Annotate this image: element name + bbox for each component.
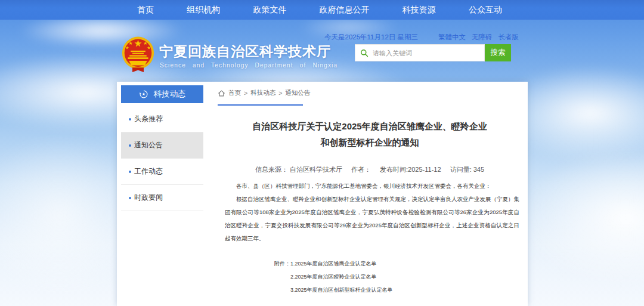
nav-item-public-interaction[interactable]: 公众互动 [469,5,502,16]
site-subtitle: Science and Technology Department of Nin… [160,62,338,69]
breadcrumb-underline [218,104,303,106]
article-body: 各市、县（区）科技管理部门，宁东能源化工基地管委会，银川经济技术开发区管委会，各… [225,180,519,245]
meta-visits: 访问量: 345 [450,166,484,173]
article-title: 自治区科技厅关于认定2025年度自治区雏鹰企业、瞪羚企业 和创新型标杆企业的通知 [218,118,522,150]
attachment-link-eagle-list[interactable]: 1.2025年度自治区雏鹰企业认定名单 [290,257,393,270]
meta-publish-date: 发布时间:2025-11-12 [380,166,441,173]
sidebar-menu: 头条推荐 通知公告 工作动态 时政要闻 [121,106,203,211]
main-content-card: 科技动态 头条推荐 通知公告 工作动态 时政要闻 首页 > 科技动态 > 通知公… [117,82,528,306]
search-icon [360,49,369,57]
cloud-decoration [519,149,644,286]
attachments-label: 附件： [274,257,290,296]
site-title: 宁夏回族自治区科学技术厅 [159,42,331,61]
sidebar: 科技动态 头条推荐 通知公告 工作动态 时政要闻 [121,85,203,211]
meta-source: 信息来源： 自治区科学技术厅 [255,166,342,173]
top-nav-bar: 首页 组织机构 政策文件 政府信息公开 科技资源 公众互动 [0,0,644,20]
site-header: 宁夏回族自治区科学技术厅 Science and Technology Depa… [0,20,644,82]
header-utility-row: 今天是2025年11月12日 星期三 繁體中文 无障碍 长者版 [324,33,519,42]
attachment-link-gazelle-list[interactable]: 2.2025年度自治区瞪羚企业认定名单 [290,270,393,283]
search-button[interactable]: 搜索 [485,44,511,61]
nav-item-gov-info[interactable]: 政府信息公开 [320,5,370,16]
home-icon [218,89,225,97]
sidebar-item-work-news[interactable]: 工作动态 [121,159,203,185]
sidebar-item-notices[interactable]: 通知公告 [121,132,203,159]
attachments-list: 1.2025年度自治区雏鹰企业认定名单 2.2025年度自治区瞪羚企业认定名单 … [290,257,393,296]
today-date-text: 今天是2025年11月12日 星期三 [324,33,418,42]
nav-item-tech-resources[interactable]: 科技资源 [402,5,436,16]
meta-author: 作者： [351,166,371,173]
sidebar-title: 科技动态 [154,89,186,100]
link-traditional-chinese[interactable]: 繁體中文 [438,33,466,42]
search-input[interactable] [373,50,477,57]
national-emblem-logo [121,36,155,73]
breadcrumb-tech-news[interactable]: 科技动态 [250,89,275,97]
nav-item-home[interactable]: 首页 [137,5,154,16]
breadcrumb-home[interactable]: 首页 [228,89,241,97]
article-meta: 信息来源： 自治区科学技术厅 作者： 发布时间:2025-11-12 访问量: … [218,165,522,174]
tech-news-star-icon [139,89,148,99]
breadcrumb-notices[interactable]: 通知公告 [285,89,310,97]
breadcrumb-separator: > [244,89,247,97]
article-paragraph: 根据自治区雏鹰企业、瞪羚企业和创新型标杆企业认定管理有关规定，决定认定半亩良人农… [225,193,519,245]
search-box [355,44,485,61]
link-accessibility[interactable]: 无障碍 [472,33,493,42]
attachment-link-benchmark-list[interactable]: 3.2025年度自治区创新型标杆企业认定名单 [290,283,393,296]
search-bar: 搜索 [355,44,511,61]
article-paragraph: 各市、县（区）科技管理部门，宁东能源化工基地管委会，银川经济技术开发区管委会，各… [225,180,519,193]
breadcrumb: 首页 > 科技动态 > 通知公告 [218,89,310,97]
breadcrumb-separator: > [278,89,282,97]
sidebar-item-headlines[interactable]: 头条推荐 [121,106,203,132]
sidebar-item-politics-news[interactable]: 时政要闻 [121,185,203,211]
link-elder-version[interactable]: 长者版 [499,33,519,42]
attachments-block: 附件： 1.2025年度自治区雏鹰企业认定名单 2.2025年度自治区瞪羚企业认… [274,257,393,296]
article-title-line2: 和创新型标杆企业的通知 [218,134,522,150]
article-title-line1: 自治区科技厅关于认定2025年度自治区雏鹰企业、瞪羚企业 [218,118,522,134]
sidebar-header: 科技动态 [121,85,203,103]
nav-item-organization[interactable]: 组织机构 [187,5,220,16]
top-nav-items: 首页 组织机构 政策文件 政府信息公开 科技资源 公众互动 [137,0,502,20]
nav-item-policy[interactable]: 政策文件 [253,5,286,16]
